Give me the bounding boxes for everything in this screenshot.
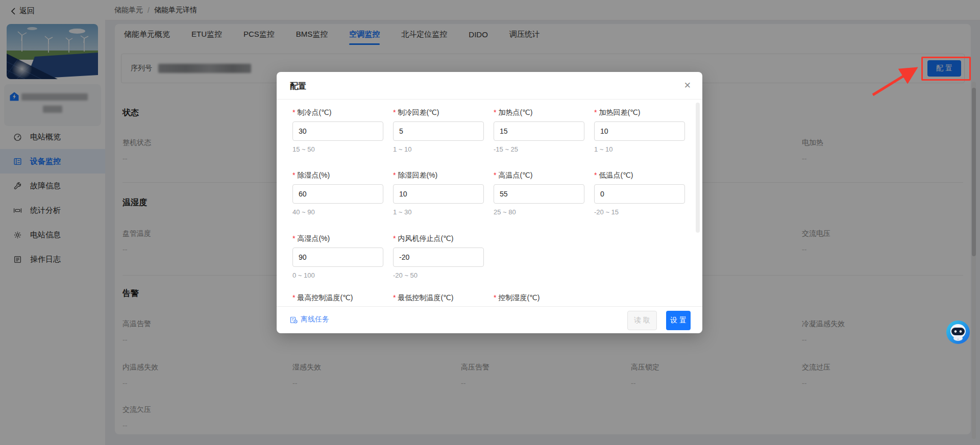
offline-task-icon — [290, 316, 298, 324]
field-hint: 1 ~ 30 — [393, 208, 484, 216]
field-hint: 1 ~ 10 — [393, 145, 484, 153]
close-icon[interactable]: ✕ — [684, 80, 691, 91]
field-inner-fan-stop-point: *内风机停止点(℃) -20 ~ 50 — [393, 234, 484, 279]
assistant-robot-button[interactable] — [946, 320, 970, 344]
dehumidify-point-input[interactable] — [292, 184, 383, 204]
app-window: 返回 — [0, 0, 980, 445]
offline-task-link[interactable]: 离线任务 — [290, 315, 329, 324]
field-control-humidity: *控制湿度(℃) — [494, 293, 584, 303]
modal-header: 配置 ✕ — [277, 72, 702, 100]
field-hint: 1 ~ 10 — [594, 145, 685, 153]
field-high-temp-point: *高温点(℃) 25 ~ 80 — [494, 171, 584, 216]
low-temp-point-input[interactable] — [594, 184, 685, 204]
read-button[interactable]: 读 取 — [627, 311, 657, 330]
annotation-arrow — [862, 62, 925, 101]
field-hint: 25 ~ 80 — [494, 208, 584, 216]
field-hint: 40 ~ 90 — [292, 208, 383, 216]
high-temp-point-input[interactable] — [494, 184, 584, 204]
modal-footer: 离线任务 读 取 设 置 — [277, 306, 702, 333]
required-mark: * — [292, 108, 295, 116]
config-modal: 配置 ✕ *制冷点(℃) 15 ~ 50 *制冷回差(℃) 1 ~ 10 *加热… — [277, 72, 702, 333]
annotation-highlight-box — [921, 57, 971, 81]
field-dehumidify-point: *除湿点(%) 40 ~ 90 — [292, 171, 383, 216]
field-hint: -20 ~ 50 — [393, 271, 484, 279]
field-high-humidity-point: *高湿点(%) 0 ~ 100 — [292, 234, 383, 279]
field-hint: -20 ~ 15 — [594, 208, 685, 216]
heating-hysteresis-input[interactable] — [594, 121, 685, 141]
field-heating-hysteresis: *加热回差(℃) 1 ~ 10 — [594, 108, 685, 153]
modal-body: *制冷点(℃) 15 ~ 50 *制冷回差(℃) 1 ~ 10 *加热点(℃) … — [277, 100, 702, 306]
field-dehumidify-hysteresis: *除湿回差(%) 1 ~ 30 — [393, 171, 484, 216]
heating-point-input[interactable] — [494, 121, 584, 141]
field-cooling-hysteresis: *制冷回差(℃) 1 ~ 10 — [393, 108, 484, 153]
cooling-point-input[interactable] — [292, 121, 383, 141]
field-cooling-point: *制冷点(℃) 15 ~ 50 — [292, 108, 383, 153]
modal-title: 配置 — [290, 81, 306, 92]
field-hint: 0 ~ 100 — [292, 271, 383, 279]
dehumidify-hysteresis-input[interactable] — [393, 184, 484, 204]
set-button[interactable]: 设 置 — [666, 311, 691, 330]
modal-scrollbar-thumb[interactable] — [696, 103, 700, 233]
cooling-hysteresis-input[interactable] — [393, 121, 484, 141]
high-humidity-point-input[interactable] — [292, 248, 383, 267]
field-hint: 15 ~ 50 — [292, 145, 383, 153]
field-heating-point: *加热点(℃) -15 ~ 25 — [494, 108, 584, 153]
inner-fan-stop-input[interactable] — [393, 248, 484, 267]
field-low-temp-point: *低温点(℃) -20 ~ 15 — [594, 171, 685, 216]
field-min-control-temp: *最低控制温度(℃) — [393, 293, 484, 303]
field-max-control-temp: *最高控制温度(℃) — [292, 293, 383, 303]
field-hint: -15 ~ 25 — [494, 145, 584, 153]
